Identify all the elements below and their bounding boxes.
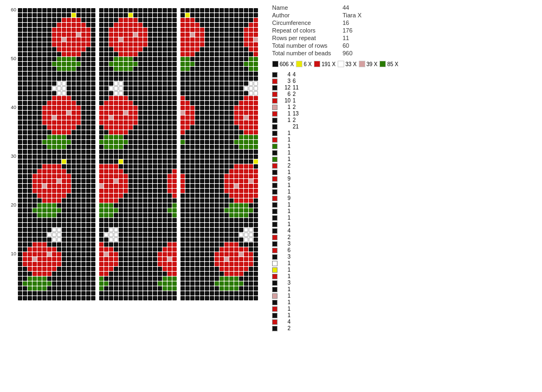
bead [190, 101, 195, 105]
bead [249, 296, 253, 300]
bead [33, 145, 37, 149]
bead [62, 23, 66, 27]
bead [158, 194, 162, 198]
bead [42, 101, 47, 105]
bead [195, 262, 199, 266]
bead [172, 277, 177, 281]
bead [18, 101, 22, 105]
bead [229, 18, 234, 22]
bead [167, 13, 172, 17]
bead [200, 286, 204, 291]
bead [195, 125, 199, 130]
bead [28, 135, 32, 139]
bead-row [180, 27, 258, 32]
bead [52, 37, 56, 42]
bead [62, 130, 66, 134]
bead [86, 57, 91, 61]
bead [18, 67, 22, 71]
bead [104, 277, 108, 281]
bead [172, 111, 177, 115]
bead-row [180, 188, 258, 193]
bead-row [17, 183, 95, 188]
bead [23, 37, 27, 42]
bead [180, 91, 185, 95]
bead [67, 267, 71, 271]
bead [128, 23, 133, 27]
bead [57, 37, 61, 42]
total-beads-value: 960 [343, 50, 352, 56]
bead [91, 115, 95, 120]
legend-swatch [272, 150, 278, 156]
bead [37, 125, 42, 130]
bead [99, 115, 104, 120]
bead [23, 76, 27, 81]
bead [244, 272, 248, 276]
bead-row [17, 276, 95, 281]
bead [72, 267, 76, 271]
bead [114, 208, 118, 213]
bead [224, 23, 229, 27]
bead [234, 277, 238, 281]
bead [33, 72, 37, 76]
bead [47, 86, 51, 91]
bead-row [99, 237, 177, 242]
bead-row [180, 91, 258, 95]
bead [234, 52, 238, 56]
row-number-label [8, 115, 16, 120]
bead [249, 91, 253, 95]
bead [172, 184, 177, 188]
bead [195, 267, 199, 271]
bead [249, 286, 253, 291]
bead [138, 37, 143, 42]
bead [109, 213, 113, 217]
bead [158, 140, 162, 144]
bead [133, 252, 138, 256]
legend-row: 1 [272, 189, 411, 195]
bead [114, 62, 118, 66]
bead [91, 242, 95, 247]
bead [180, 67, 185, 71]
bead [81, 174, 86, 178]
bead [254, 140, 258, 144]
bead [224, 8, 229, 12]
bead [52, 135, 56, 139]
bead-row [99, 27, 177, 32]
bead [18, 198, 22, 203]
legend-swatch [272, 248, 278, 253]
bead [239, 159, 243, 164]
bead [234, 67, 238, 71]
bead [210, 101, 214, 105]
bead [119, 91, 123, 95]
bead [167, 155, 172, 159]
legend-row: 1 [272, 286, 411, 292]
bead [249, 145, 253, 149]
bead [72, 120, 76, 125]
bead [215, 33, 219, 37]
bead [215, 203, 219, 208]
bead [148, 242, 152, 247]
bead [205, 242, 209, 247]
bead [195, 101, 199, 105]
bead [18, 159, 22, 164]
bead [42, 252, 47, 256]
bead [163, 86, 167, 91]
bead [72, 296, 76, 300]
bead [249, 198, 253, 203]
bead [220, 111, 224, 115]
bead [167, 286, 172, 291]
bead [190, 67, 195, 71]
bead [163, 145, 167, 149]
bead [124, 81, 128, 86]
bead [57, 213, 61, 217]
bead [220, 286, 224, 291]
bead [163, 223, 167, 227]
color-swatch [338, 61, 344, 67]
bead [114, 18, 118, 22]
bead [195, 213, 199, 217]
bead [57, 13, 61, 17]
bead [210, 272, 214, 276]
legend-row: 9 [272, 176, 411, 182]
bead [210, 111, 214, 115]
bead [195, 91, 199, 95]
bead [148, 8, 152, 12]
